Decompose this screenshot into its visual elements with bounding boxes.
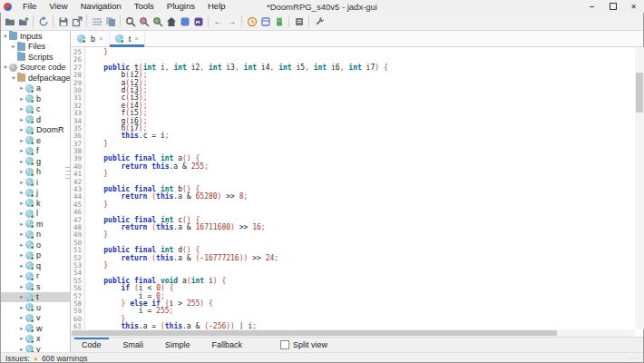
menu-tools[interactable]: Tools (128, 0, 161, 13)
code-line[interactable]: 27 public t(int i, int i2, int i3, int i… (71, 64, 633, 72)
tree-item-inputs[interactable]: ▾Inputs (0, 31, 70, 42)
memory-usage-icon[interactable] (191, 15, 205, 28)
chevron-collapsed-icon[interactable]: ▸ (18, 147, 25, 154)
chevron-expanded-icon[interactable]: ▾ (2, 33, 9, 40)
export-icon[interactable] (70, 15, 83, 28)
code-line[interactable]: 41 } (71, 171, 633, 178)
tree-item-t[interactable]: ▸t (0, 292, 70, 303)
search-class-icon[interactable] (137, 15, 151, 28)
tab-class-b[interactable]: b (72, 31, 110, 46)
code-line[interactable]: 53 } (71, 262, 633, 270)
deobfuscation-icon[interactable] (272, 15, 286, 28)
project-tree[interactable]: ▾Inputs▸FilesScripts▾Source code▾defpack… (0, 31, 71, 352)
code-line[interactable]: 40 return this.a & 255; (71, 163, 633, 171)
warnings-count[interactable]: 608 warnings (42, 354, 88, 363)
chevron-collapsed-icon[interactable]: ▸ (18, 158, 25, 165)
tree-item-a[interactable]: ▸a (0, 83, 70, 94)
chevron-collapsed-icon[interactable]: ▸ (18, 116, 25, 123)
back-icon[interactable]: ← (211, 15, 225, 28)
menu-file[interactable]: File (16, 0, 43, 13)
add-files-icon[interactable] (16, 15, 30, 28)
bottom-tab-code[interactable]: Code (71, 338, 112, 352)
preferences-icon[interactable] (312, 15, 326, 28)
tree-item-r[interactable]: ▸r (0, 271, 70, 282)
split-view-toggle[interactable]: Split view (280, 338, 327, 352)
tree-item-n[interactable]: ▸n (0, 230, 70, 240)
code-line[interactable]: 48 return (this.a & 16711680) >> 16; (71, 224, 633, 231)
chevron-expanded-icon[interactable]: ▾ (10, 74, 17, 82)
code-line[interactable]: 30 d(i3); (71, 87, 633, 94)
splitter-grip[interactable] (65, 167, 70, 180)
chevron-collapsed-icon[interactable]: ▸ (18, 262, 25, 270)
vertical-scrollbar[interactable] (635, 47, 644, 329)
tree-item-v[interactable]: ▸v (0, 313, 70, 324)
chevron-collapsed-icon[interactable]: ▸ (18, 314, 25, 321)
chevron-collapsed-icon[interactable]: ▸ (18, 200, 25, 207)
chevron-collapsed-icon[interactable]: ▸ (18, 126, 25, 133)
reload-icon[interactable] (36, 15, 50, 28)
code-editor[interactable]: 25 }26 27 public t(int i, int i2, int i3… (71, 47, 644, 337)
horizontal-scrollbar-thumb[interactable] (72, 330, 557, 336)
tree-item-e[interactable]: ▸e (0, 135, 70, 146)
tree-item-d[interactable]: ▸d (0, 114, 70, 125)
chevron-collapsed-icon[interactable]: ▸ (18, 241, 25, 249)
tree-item-m[interactable]: ▸m (0, 219, 70, 230)
status-overflow-dots[interactable]: ··· (629, 354, 639, 362)
code-line[interactable]: 33 f(i5); (71, 110, 633, 117)
checkbox-icon[interactable] (280, 340, 289, 349)
tree-item-source-code[interactable]: ▾Source code (0, 63, 70, 74)
code-line[interactable]: 34 g(i6); (71, 118, 633, 125)
chevron-collapsed-icon[interactable]: ▸ (18, 210, 25, 217)
tree-item-q[interactable]: ▸q (0, 260, 70, 271)
vertical-scrollbar-thumb[interactable] (636, 73, 643, 113)
code-line[interactable]: 52 return (this.a & (-16777216)) >> 24; (71, 255, 633, 262)
close-button[interactable] (623, 0, 644, 13)
quick-tabs-icon[interactable] (259, 15, 272, 28)
blue-box-icon[interactable] (178, 15, 191, 28)
forward-icon[interactable]: → (225, 15, 239, 28)
chevron-collapsed-icon[interactable]: ▸ (18, 325, 25, 332)
tree-item-files[interactable]: ▸Files (0, 42, 70, 53)
log-viewer-icon[interactable] (292, 15, 306, 28)
search-text-icon[interactable] (123, 15, 137, 28)
edit-options-icon[interactable] (90, 15, 103, 28)
tree-item-w[interactable]: ▸w (0, 323, 70, 334)
chevron-collapsed-icon[interactable]: ▸ (10, 43, 17, 50)
find-usage-icon[interactable] (151, 15, 164, 28)
code-line[interactable]: 44 return (this.a & 65280) >> 8; (71, 193, 633, 201)
tree-item-b[interactable]: ▸b (0, 93, 70, 104)
code-line[interactable]: 45 } (71, 201, 633, 209)
code-line[interactable]: 37 } (71, 141, 633, 148)
chevron-collapsed-icon[interactable]: ▸ (18, 251, 25, 259)
menu-view[interactable]: View (43, 0, 73, 13)
chevron-collapsed-icon[interactable]: ▸ (18, 105, 25, 113)
menu-help[interactable]: Help (201, 0, 232, 13)
tree-item-i[interactable]: ▸i (0, 177, 70, 188)
main-activity-icon[interactable] (164, 15, 178, 28)
tree-item-g[interactable]: ▸g (0, 156, 70, 167)
chevron-collapsed-icon[interactable]: ▸ (18, 84, 25, 92)
minimize-button[interactable] (581, 0, 602, 13)
inconsistent-code-icon[interactable] (103, 15, 117, 28)
tree-item-h[interactable]: ▸h (0, 167, 70, 178)
history-icon[interactable] (245, 15, 259, 28)
chevron-collapsed-icon[interactable]: ▸ (18, 189, 25, 196)
bottom-tab-fallback[interactable]: Fallback (201, 338, 254, 352)
tree-item-k[interactable]: ▸k (0, 198, 70, 209)
chevron-collapsed-icon[interactable]: ▸ (18, 293, 25, 300)
close-icon[interactable] (99, 34, 103, 43)
chevron-collapsed-icon[interactable]: ▸ (18, 335, 25, 342)
tree-item-f[interactable]: ▸f (0, 146, 70, 157)
horizontal-scrollbar[interactable] (71, 329, 635, 337)
tree-item-x[interactable]: ▸x (0, 334, 70, 345)
chevron-collapsed-icon[interactable]: ▸ (18, 168, 25, 175)
chevron-collapsed-icon[interactable]: ▸ (18, 221, 25, 228)
code-line[interactable]: 32 e(i4); (71, 103, 633, 110)
code-line[interactable]: 36 this.c = i; (71, 132, 633, 140)
tree-item-doomr[interactable]: ▸DoomR (0, 125, 70, 136)
save-all-icon[interactable] (56, 15, 70, 28)
chevron-collapsed-icon[interactable]: ▸ (18, 137, 25, 144)
tree-item-s[interactable]: ▸s (0, 281, 70, 292)
code-line[interactable]: 28 b(i2); (71, 72, 633, 79)
chevron-collapsed-icon[interactable]: ▸ (18, 231, 25, 238)
